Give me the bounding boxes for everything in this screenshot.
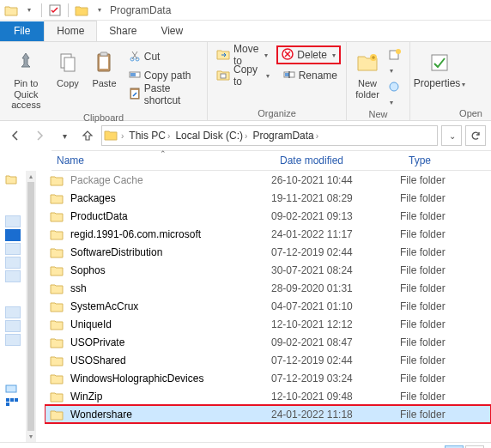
svg-rect-2 bbox=[64, 58, 75, 71]
tree-item[interactable] bbox=[5, 174, 21, 186]
file-type: File folder bbox=[400, 318, 486, 330]
table-row[interactable]: Sophos30-07-2021 08:24File folder bbox=[45, 261, 491, 279]
file-name: Sophos bbox=[70, 264, 271, 276]
easy-access-icon[interactable]: ▾ bbox=[388, 81, 404, 107]
table-row[interactable]: SystemAcCrux04-07-2021 01:10File folder bbox=[45, 297, 491, 315]
tree-scrollbar[interactable]: ▴ ▾ bbox=[26, 171, 36, 442]
rename-button[interactable]: Rename bbox=[280, 66, 341, 85]
folder-icon bbox=[50, 336, 65, 349]
svg-rect-24 bbox=[10, 398, 14, 402]
tree-item[interactable] bbox=[5, 397, 21, 409]
tree-item[interactable] bbox=[5, 334, 21, 346]
up-button[interactable] bbox=[77, 125, 98, 146]
forward-button[interactable] bbox=[29, 125, 50, 146]
tree-item[interactable] bbox=[5, 229, 21, 241]
file-name: regid.1991-06.com.microsoft bbox=[70, 228, 271, 240]
column-name[interactable]: ⌃ Name bbox=[52, 151, 275, 170]
title-dropdown-icon[interactable]: ▾ bbox=[91, 3, 106, 18]
folder-icon bbox=[50, 263, 65, 277]
new-group-label: New bbox=[352, 107, 404, 119]
icons-view-button[interactable] bbox=[465, 445, 484, 449]
copy-to-button[interactable]: Copy to ▾ bbox=[213, 66, 273, 85]
new-item-icon[interactable]: ▾ bbox=[388, 49, 404, 76]
table-row[interactable]: WindowsHolographicDevices07-12-2019 03:2… bbox=[45, 369, 491, 387]
chevron-down-icon: ▾ bbox=[264, 51, 268, 59]
chevron-down-icon: ▾ bbox=[332, 51, 336, 59]
file-area: ▴ ▾ Package Cache26-10-2021 10:44File fo… bbox=[0, 171, 491, 442]
table-row[interactable]: UniqueId12-10-2021 12:12File folder bbox=[45, 315, 491, 333]
history-dropdown[interactable]: ▾ bbox=[53, 125, 74, 146]
table-row[interactable]: WinZip12-10-2021 09:48File folder bbox=[45, 387, 491, 405]
column-date[interactable]: Date modified bbox=[275, 151, 403, 170]
back-button[interactable] bbox=[5, 125, 26, 146]
file-type: File folder bbox=[400, 210, 486, 222]
file-date: 07-12-2019 02:44 bbox=[271, 246, 400, 258]
table-row[interactable]: ProductData09-02-2021 09:13File folder bbox=[45, 207, 491, 225]
table-row[interactable]: regid.1991-06.com.microsoft24-01-2022 11… bbox=[45, 225, 491, 243]
tab-share[interactable]: Share bbox=[97, 21, 149, 41]
table-row[interactable]: Packages19-11-2021 08:29File folder bbox=[45, 189, 491, 207]
file-date: 07-12-2019 03:24 bbox=[271, 372, 400, 384]
file-date: 07-12-2019 02:44 bbox=[271, 354, 400, 366]
breadcrumb-box[interactable]: › This PC › Local Disk (C:) › ProgramDat… bbox=[101, 125, 438, 146]
delete-button[interactable]: Delete ▾ bbox=[276, 45, 341, 64]
paste-button[interactable]: Paste bbox=[88, 45, 120, 89]
file-date: 24-01-2022 11:17 bbox=[271, 228, 400, 240]
qat-dropdown-icon[interactable]: ▾ bbox=[21, 3, 36, 18]
properties-qat-icon[interactable] bbox=[47, 3, 63, 18]
tree-item[interactable] bbox=[5, 215, 21, 227]
file-date: 24-01-2022 11:18 bbox=[271, 409, 400, 421]
tree-item[interactable] bbox=[5, 257, 21, 269]
table-row[interactable]: Package Cache26-10-2021 10:44File folder bbox=[45, 171, 491, 189]
tree-item[interactable] bbox=[5, 306, 21, 318]
delete-icon bbox=[282, 48, 294, 63]
crumb-this-pc[interactable]: This PC › bbox=[127, 130, 172, 142]
file-list[interactable]: Package Cache26-10-2021 10:44File folder… bbox=[45, 171, 491, 442]
file-name: SystemAcCrux bbox=[70, 300, 271, 312]
cut-button[interactable]: Cut bbox=[125, 47, 202, 66]
folder-icon bbox=[50, 354, 65, 367]
crumb-programdata[interactable]: ProgramData › bbox=[251, 130, 320, 142]
copy-path-label: Copy path bbox=[144, 70, 191, 82]
paste-shortcut-button[interactable]: Paste shortcut bbox=[125, 85, 202, 104]
tree-item[interactable] bbox=[5, 320, 21, 332]
column-type[interactable]: Type bbox=[403, 151, 489, 170]
address-dropdown[interactable]: ⌄ bbox=[441, 125, 462, 146]
file-date: 28-09-2020 01:31 bbox=[271, 282, 400, 294]
tab-file[interactable]: File bbox=[0, 21, 44, 41]
folder-icon bbox=[50, 191, 65, 205]
file-date: 04-07-2021 01:10 bbox=[271, 300, 400, 312]
folder-icon bbox=[50, 408, 65, 421]
file-date: 12-10-2021 12:12 bbox=[271, 318, 400, 330]
file-name: UniqueId bbox=[70, 318, 271, 330]
move-to-button[interactable]: Move to ▾ bbox=[213, 45, 271, 64]
table-row[interactable]: USOShared07-12-2019 02:44File folder bbox=[45, 351, 491, 369]
refresh-button[interactable] bbox=[465, 125, 486, 146]
tab-view[interactable]: View bbox=[149, 21, 195, 41]
file-type: File folder bbox=[400, 282, 486, 294]
table-row[interactable]: ssh28-09-2020 01:31File folder bbox=[45, 279, 491, 297]
view-toggle bbox=[445, 445, 484, 449]
svg-point-19 bbox=[396, 49, 401, 54]
copy-button[interactable]: Copy bbox=[52, 45, 84, 89]
tree-item[interactable] bbox=[5, 384, 21, 396]
folder-icon bbox=[50, 390, 65, 403]
crumb-local-disk[interactable]: Local Disk (C:) › bbox=[173, 130, 249, 142]
file-date: 30-07-2021 08:24 bbox=[271, 264, 400, 276]
table-row[interactable]: SoftwareDistribution07-12-2019 02:44File… bbox=[45, 243, 491, 261]
table-row[interactable]: Wondershare24-01-2022 11:18File folder bbox=[45, 405, 491, 423]
tab-home[interactable]: Home bbox=[44, 21, 97, 41]
file-type: File folder bbox=[400, 336, 486, 348]
sort-indicator-icon: ⌃ bbox=[160, 149, 167, 158]
table-row[interactable]: USOPrivate09-02-2021 08:47File folder bbox=[45, 333, 491, 351]
tree-item[interactable] bbox=[5, 270, 21, 282]
file-name: USOPrivate bbox=[70, 336, 271, 348]
folder-icon bbox=[50, 282, 65, 295]
paste-shortcut-icon bbox=[129, 88, 141, 102]
pin-quick-access-button[interactable]: Pin to Quick access bbox=[5, 45, 47, 111]
details-view-button[interactable] bbox=[445, 445, 464, 449]
file-name: WinZip bbox=[70, 390, 271, 403]
tree-item[interactable] bbox=[5, 243, 21, 255]
properties-button[interactable]: Properties▾ bbox=[415, 45, 464, 90]
new-folder-button[interactable]: New folder bbox=[352, 45, 383, 100]
